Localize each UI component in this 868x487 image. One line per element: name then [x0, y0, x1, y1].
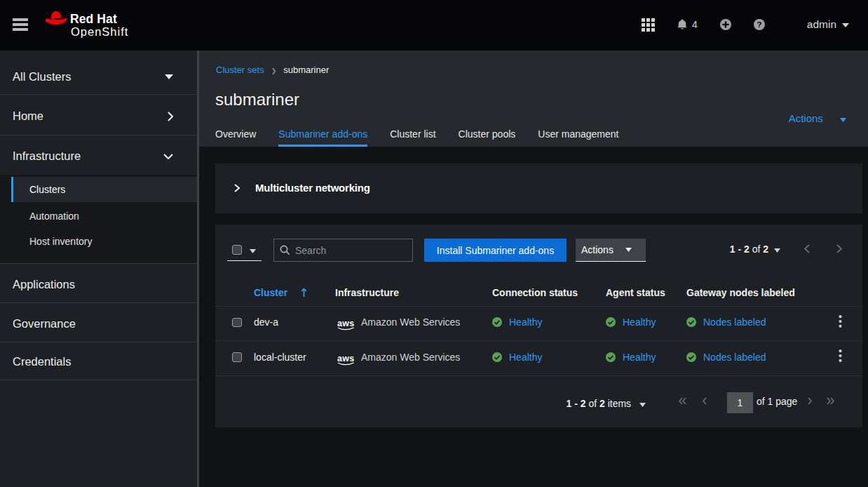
- svg-text:?: ?: [757, 20, 761, 29]
- svg-text:aws: aws: [337, 353, 355, 363]
- svg-text:aws: aws: [337, 319, 355, 328]
